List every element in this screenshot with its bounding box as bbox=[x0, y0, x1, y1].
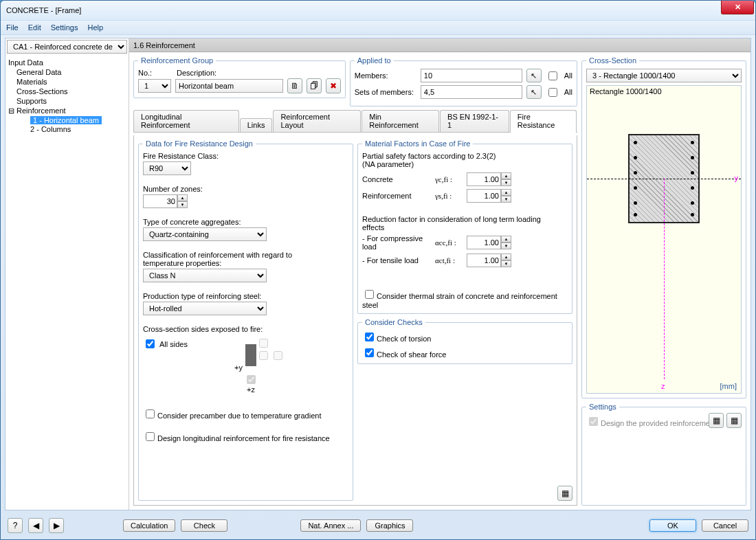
tree-cross-sections[interactable]: Cross-Sections bbox=[7, 87, 127, 96]
tab-min[interactable]: Min Reinforcement bbox=[362, 110, 439, 132]
tab-longitudinal[interactable]: Longitudinal Reinforcement bbox=[133, 110, 239, 132]
unit-label: [mm] bbox=[720, 382, 737, 390]
reinforcement-group-fieldset: Reinforcement Group No.: Description: 1 … bbox=[133, 56, 346, 98]
all-sides-checkbox[interactable] bbox=[146, 339, 155, 348]
gamma-c-spinbox[interactable]: ▲▼ bbox=[467, 172, 511, 186]
zones-spinbox[interactable]: ▲▼ bbox=[143, 194, 188, 208]
tensile-label: - For tensile load bbox=[362, 256, 431, 265]
cross-section-select[interactable]: 3 - Rectangle 1000/1400 bbox=[586, 69, 742, 82]
fire-class-select[interactable]: R90 bbox=[143, 161, 191, 175]
concrete-label: Concrete bbox=[362, 175, 431, 183]
tree-child-1[interactable]: 1 - Horizontal beam bbox=[7, 116, 127, 124]
copy-group-button[interactable]: 🗍 bbox=[307, 78, 322, 93]
fire-class-label: Fire Resistance Class: bbox=[143, 152, 348, 160]
gamma-c-label: γc,fi : bbox=[435, 175, 463, 183]
graphics-button[interactable]: Graphics bbox=[366, 519, 413, 532]
psf-line2: (NA parameter) bbox=[362, 160, 568, 168]
tree-child-2[interactable]: 2 - Columns bbox=[7, 124, 127, 134]
check-torsion-checkbox[interactable] bbox=[365, 333, 374, 341]
applied-to-fieldset: Applied to Members: ↖ All Sets of member… bbox=[350, 56, 577, 106]
members-input[interactable] bbox=[421, 69, 522, 82]
spin-down-icon[interactable]: ▼ bbox=[177, 201, 188, 208]
design-longitudinal-checkbox[interactable] bbox=[146, 432, 155, 441]
tree-materials[interactable]: Materials bbox=[7, 77, 127, 87]
tab-layout[interactable]: Reinforcement Layout bbox=[273, 110, 361, 132]
reinforcement-group-legend: Reinforcement Group bbox=[138, 56, 216, 65]
cancel-button[interactable]: Cancel bbox=[702, 519, 748, 532]
zones-label: Number of zones: bbox=[143, 185, 348, 193]
delete-group-button[interactable]: ✖ bbox=[326, 78, 341, 93]
members-all-checkbox[interactable] bbox=[548, 71, 557, 80]
fire-data-legend: Data for Fire Resistance Design bbox=[143, 139, 256, 148]
alpha-cc-spinbox[interactable]: ▲▼ bbox=[467, 236, 511, 249]
nav-tree: Input Data General Data Materials Cross-… bbox=[5, 55, 129, 510]
page-title: 1.6 Reinforcement bbox=[129, 38, 751, 52]
tab-en1992[interactable]: BS EN 1992-1-1 bbox=[440, 110, 509, 132]
check-button[interactable]: Check bbox=[181, 519, 227, 532]
settings-legend: Settings bbox=[586, 403, 619, 411]
sets-all-checkbox[interactable] bbox=[548, 88, 557, 97]
thermal-strain-checkbox[interactable] bbox=[365, 290, 374, 299]
material-factors-fieldset: Material Factors in Case of Fire Partial… bbox=[357, 139, 572, 314]
production-select[interactable]: Hot-rolled bbox=[143, 302, 267, 315]
reduction-label: Reduction factor in consideration of lon… bbox=[362, 215, 562, 232]
psf-line1: Partial safety factors according to 2.3(… bbox=[362, 152, 568, 160]
window-title: CONCRETE - [Frame] bbox=[3, 6, 81, 14]
gamma-s-spinbox[interactable]: ▲▼ bbox=[467, 189, 511, 203]
consider-legend: Consider Checks bbox=[362, 318, 425, 326]
menu-settings[interactable]: Settings bbox=[51, 23, 78, 32]
pick-members-button[interactable]: ↖ bbox=[526, 69, 542, 82]
details-button[interactable]: ▦ bbox=[557, 486, 572, 501]
axis-y-label: y bbox=[735, 174, 739, 182]
settings-btn-2[interactable]: ▦ bbox=[726, 413, 742, 428]
no-select[interactable]: 1 bbox=[138, 79, 171, 93]
consider-checks-fieldset: Consider Checks Check of torsion Check o… bbox=[357, 318, 572, 364]
menu-edit[interactable]: Edit bbox=[28, 23, 41, 32]
ok-button[interactable]: OK bbox=[649, 519, 696, 532]
help-button[interactable]: ? bbox=[8, 518, 23, 533]
next-button[interactable]: ▶ bbox=[49, 518, 64, 533]
new-group-button[interactable]: 🗎 bbox=[287, 78, 302, 93]
titlebar: CONCRETE - [Frame] ✕ bbox=[1, 1, 755, 20]
axis-z-label: z bbox=[661, 382, 665, 390]
nat-annex-button[interactable]: Nat. Annex ... bbox=[300, 519, 361, 532]
sets-input[interactable] bbox=[421, 85, 522, 99]
case-select[interactable]: CA1 - Reinforced concrete design bbox=[7, 40, 127, 54]
expose-left-checkbox bbox=[259, 351, 268, 360]
classification-select[interactable]: Class N bbox=[143, 269, 267, 282]
cross-section-fieldset: Cross-Section 3 - Rectangle 1000/1400 Re… bbox=[581, 56, 746, 398]
aggregates-select[interactable]: Quartz-containing bbox=[143, 227, 267, 241]
menu-help[interactable]: Help bbox=[87, 23, 103, 32]
menu-file[interactable]: File bbox=[6, 23, 19, 32]
fire-data-fieldset: Data for Fire Resistance Design Fire Res… bbox=[138, 139, 353, 501]
exposed-label: Cross-section sides exposed to fire: bbox=[143, 325, 348, 333]
material-factors-legend: Material Factors in Case of Fire bbox=[362, 139, 473, 148]
settings-btn-1[interactable]: ▦ bbox=[709, 413, 724, 428]
spin-up-icon[interactable]: ▲ bbox=[177, 194, 188, 201]
prev-button[interactable]: ◀ bbox=[28, 518, 43, 533]
description-input[interactable] bbox=[175, 79, 283, 93]
classification-label: Classification of reinforcement with reg… bbox=[143, 251, 322, 267]
menubar: File Edit Settings Help bbox=[1, 20, 755, 35]
aggregates-label: Type of concrete aggregates: bbox=[143, 218, 348, 226]
sets-label: Sets of members: bbox=[355, 88, 416, 96]
tab-links[interactable]: Links bbox=[240, 118, 273, 132]
close-button[interactable]: ✕ bbox=[721, 1, 754, 14]
no-label: No.: bbox=[138, 69, 171, 77]
tree-root[interactable]: Input Data bbox=[7, 58, 127, 67]
tab-fire[interactable]: Fire Resistance bbox=[510, 110, 577, 133]
precamber-checkbox[interactable] bbox=[146, 409, 155, 418]
members-label: Members: bbox=[355, 71, 416, 80]
check-shear-checkbox[interactable] bbox=[365, 348, 374, 357]
tree-supports[interactable]: Supports bbox=[7, 96, 127, 106]
gamma-s-label: γs,fi : bbox=[435, 192, 463, 200]
tree-general[interactable]: General Data bbox=[7, 67, 127, 77]
cross-section-preview: Rectangle 1000/1400 y bbox=[586, 85, 742, 394]
cs-label: Rectangle 1000/1400 bbox=[590, 87, 662, 95]
pick-sets-button[interactable]: ↖ bbox=[526, 85, 542, 99]
expose-bottom-checkbox bbox=[247, 375, 256, 384]
tabs: Longitudinal Reinforcement Links Reinfor… bbox=[133, 109, 577, 133]
tree-reinforcement[interactable]: ⊟ Reinforcement bbox=[7, 106, 127, 116]
alpha-ct-spinbox[interactable]: ▲▼ bbox=[467, 254, 511, 267]
calculation-button[interactable]: Calculation bbox=[123, 519, 175, 532]
